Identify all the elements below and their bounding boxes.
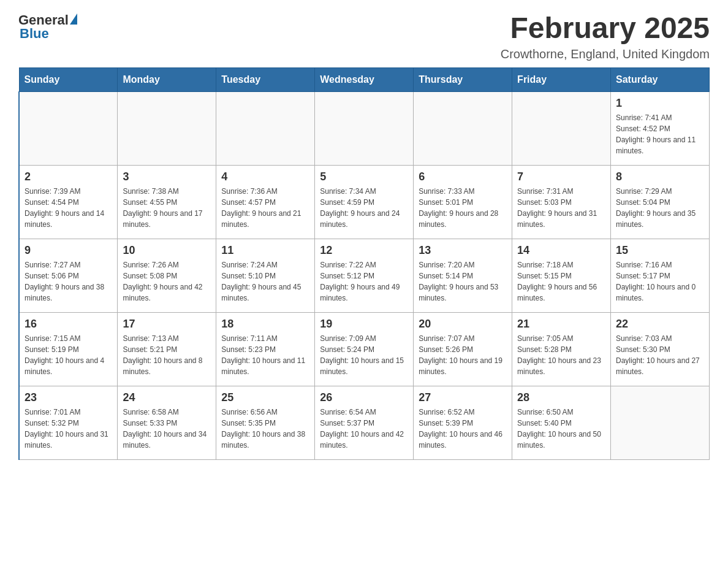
day-number: 5 (320, 170, 408, 183)
day-info: Sunrise: 7:13 AM Sunset: 5:21 PM Dayligh… (123, 333, 211, 377)
calendar-cell: 19Sunrise: 7:09 AM Sunset: 5:24 PM Dayli… (315, 312, 414, 386)
week-row-2: 2Sunrise: 7:39 AM Sunset: 4:54 PM Daylig… (19, 165, 710, 239)
calendar-cell (512, 91, 611, 165)
weekday-header-thursday: Thursday (414, 67, 512, 91)
day-info: Sunrise: 7:01 AM Sunset: 5:32 PM Dayligh… (25, 407, 112, 451)
calendar-cell: 15Sunrise: 7:16 AM Sunset: 5:17 PM Dayli… (611, 239, 710, 312)
day-number: 1 (616, 97, 704, 110)
calendar-cell: 24Sunrise: 6:58 AM Sunset: 5:33 PM Dayli… (118, 386, 216, 459)
day-number: 8 (616, 170, 704, 183)
week-row-1: 1Sunrise: 7:41 AM Sunset: 4:52 PM Daylig… (19, 91, 710, 165)
day-info: Sunrise: 7:20 AM Sunset: 5:14 PM Dayligh… (419, 259, 507, 304)
calendar-cell: 25Sunrise: 6:56 AM Sunset: 5:35 PM Dayli… (216, 386, 315, 459)
day-number: 21 (517, 318, 605, 331)
day-number: 24 (123, 391, 211, 404)
day-number: 23 (25, 391, 112, 404)
calendar-cell: 13Sunrise: 7:20 AM Sunset: 5:14 PM Dayli… (414, 239, 512, 312)
month-title: February 2025 (501, 12, 710, 45)
calendar-cell (611, 386, 710, 459)
calendar-cell: 16Sunrise: 7:15 AM Sunset: 5:19 PM Dayli… (19, 312, 118, 386)
day-info: Sunrise: 7:31 AM Sunset: 5:03 PM Dayligh… (517, 186, 605, 230)
day-info: Sunrise: 7:09 AM Sunset: 5:24 PM Dayligh… (320, 333, 408, 377)
day-number: 4 (221, 170, 309, 183)
weekday-header-friday: Friday (512, 67, 611, 91)
day-info: Sunrise: 7:18 AM Sunset: 5:15 PM Dayligh… (517, 259, 605, 304)
day-number: 7 (517, 170, 605, 183)
day-info: Sunrise: 7:36 AM Sunset: 4:57 PM Dayligh… (221, 186, 309, 230)
day-number: 25 (221, 391, 309, 404)
day-info: Sunrise: 7:05 AM Sunset: 5:28 PM Dayligh… (517, 333, 605, 377)
day-info: Sunrise: 7:39 AM Sunset: 4:54 PM Dayligh… (25, 186, 112, 230)
calendar-cell: 23Sunrise: 7:01 AM Sunset: 5:32 PM Dayli… (19, 386, 118, 459)
day-number: 16 (25, 318, 112, 331)
day-number: 22 (616, 318, 704, 331)
day-number: 26 (320, 391, 408, 404)
week-row-5: 23Sunrise: 7:01 AM Sunset: 5:32 PM Dayli… (19, 386, 710, 459)
day-info: Sunrise: 7:03 AM Sunset: 5:30 PM Dayligh… (616, 333, 704, 377)
calendar-cell: 2Sunrise: 7:39 AM Sunset: 4:54 PM Daylig… (19, 165, 118, 239)
calendar-cell (414, 91, 512, 165)
calendar-cell: 11Sunrise: 7:24 AM Sunset: 5:10 PM Dayli… (216, 239, 315, 312)
day-number: 14 (517, 244, 605, 257)
calendar-cell: 12Sunrise: 7:22 AM Sunset: 5:12 PM Dayli… (315, 239, 414, 312)
day-number: 10 (123, 244, 211, 257)
day-info: Sunrise: 7:38 AM Sunset: 4:55 PM Dayligh… (123, 186, 211, 230)
day-info: Sunrise: 7:07 AM Sunset: 5:26 PM Dayligh… (419, 333, 507, 377)
calendar-cell (19, 91, 118, 165)
calendar-cell: 10Sunrise: 7:26 AM Sunset: 5:08 PM Dayli… (118, 239, 216, 312)
calendar-cell: 14Sunrise: 7:18 AM Sunset: 5:15 PM Dayli… (512, 239, 611, 312)
day-info: Sunrise: 7:24 AM Sunset: 5:10 PM Dayligh… (221, 259, 309, 304)
day-number: 9 (25, 244, 112, 257)
calendar-cell (315, 91, 414, 165)
day-info: Sunrise: 6:50 AM Sunset: 5:40 PM Dayligh… (517, 407, 605, 451)
logo: General Blue (18, 12, 77, 42)
day-info: Sunrise: 7:33 AM Sunset: 5:01 PM Dayligh… (419, 186, 507, 230)
calendar-cell: 4Sunrise: 7:36 AM Sunset: 4:57 PM Daylig… (216, 165, 315, 239)
logo-blue-text: Blue (20, 26, 49, 42)
day-number: 20 (419, 318, 507, 331)
day-info: Sunrise: 7:34 AM Sunset: 4:59 PM Dayligh… (320, 186, 408, 230)
logo-triangle-icon (70, 13, 77, 25)
day-number: 27 (419, 391, 507, 404)
day-info: Sunrise: 6:56 AM Sunset: 5:35 PM Dayligh… (221, 407, 309, 451)
calendar-table: SundayMondayTuesdayWednesdayThursdayFrid… (18, 67, 710, 460)
calendar-cell: 17Sunrise: 7:13 AM Sunset: 5:21 PM Dayli… (118, 312, 216, 386)
day-info: Sunrise: 6:58 AM Sunset: 5:33 PM Dayligh… (123, 407, 211, 451)
day-number: 6 (419, 170, 507, 183)
day-number: 18 (221, 318, 309, 331)
calendar-cell: 8Sunrise: 7:29 AM Sunset: 5:04 PM Daylig… (611, 165, 710, 239)
week-row-4: 16Sunrise: 7:15 AM Sunset: 5:19 PM Dayli… (19, 312, 710, 386)
weekday-header-saturday: Saturday (611, 67, 710, 91)
title-section: February 2025 Crowthorne, England, Unite… (501, 12, 710, 61)
day-info: Sunrise: 6:52 AM Sunset: 5:39 PM Dayligh… (419, 407, 507, 451)
location-title: Crowthorne, England, United Kingdom (501, 47, 710, 61)
weekday-header-sunday: Sunday (19, 67, 118, 91)
calendar-cell: 1Sunrise: 7:41 AM Sunset: 4:52 PM Daylig… (611, 91, 710, 165)
day-info: Sunrise: 7:29 AM Sunset: 5:04 PM Dayligh… (616, 186, 704, 230)
calendar-cell (216, 91, 315, 165)
day-info: Sunrise: 7:15 AM Sunset: 5:19 PM Dayligh… (25, 333, 112, 377)
day-info: Sunrise: 6:54 AM Sunset: 5:37 PM Dayligh… (320, 407, 408, 451)
day-info: Sunrise: 7:22 AM Sunset: 5:12 PM Dayligh… (320, 259, 408, 304)
weekday-header-row: SundayMondayTuesdayWednesdayThursdayFrid… (19, 67, 710, 91)
calendar-cell (118, 91, 216, 165)
day-number: 13 (419, 244, 507, 257)
day-number: 11 (221, 244, 309, 257)
day-number: 2 (25, 170, 112, 183)
week-row-3: 9Sunrise: 7:27 AM Sunset: 5:06 PM Daylig… (19, 239, 710, 312)
day-info: Sunrise: 7:26 AM Sunset: 5:08 PM Dayligh… (123, 259, 211, 304)
day-number: 15 (616, 244, 704, 257)
calendar-cell: 27Sunrise: 6:52 AM Sunset: 5:39 PM Dayli… (414, 386, 512, 459)
day-info: Sunrise: 7:11 AM Sunset: 5:23 PM Dayligh… (221, 333, 309, 377)
weekday-header-wednesday: Wednesday (315, 67, 414, 91)
day-number: 28 (517, 391, 605, 404)
day-info: Sunrise: 7:27 AM Sunset: 5:06 PM Dayligh… (25, 259, 112, 304)
day-info: Sunrise: 7:41 AM Sunset: 4:52 PM Dayligh… (616, 112, 704, 156)
calendar-cell: 18Sunrise: 7:11 AM Sunset: 5:23 PM Dayli… (216, 312, 315, 386)
calendar-cell: 28Sunrise: 6:50 AM Sunset: 5:40 PM Dayli… (512, 386, 611, 459)
calendar-cell: 20Sunrise: 7:07 AM Sunset: 5:26 PM Dayli… (414, 312, 512, 386)
day-info: Sunrise: 7:16 AM Sunset: 5:17 PM Dayligh… (616, 259, 704, 304)
day-number: 19 (320, 318, 408, 331)
calendar-cell: 6Sunrise: 7:33 AM Sunset: 5:01 PM Daylig… (414, 165, 512, 239)
calendar-cell: 21Sunrise: 7:05 AM Sunset: 5:28 PM Dayli… (512, 312, 611, 386)
